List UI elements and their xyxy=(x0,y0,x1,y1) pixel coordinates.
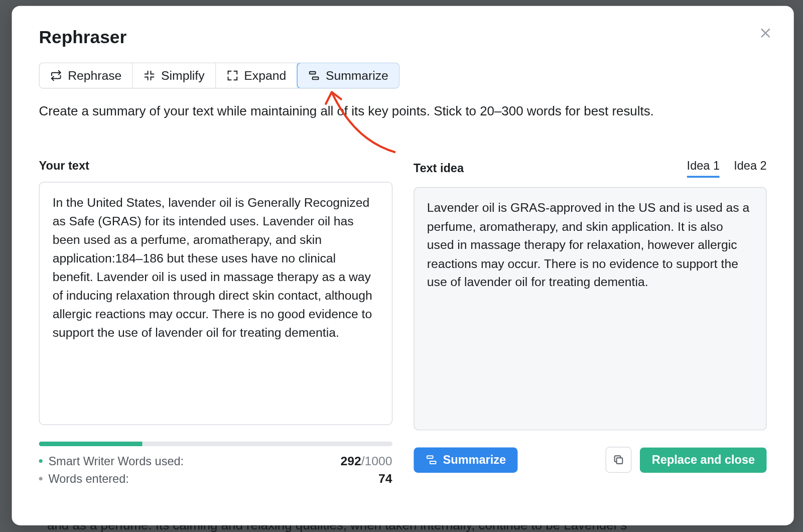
summarize-button[interactable]: Summarize xyxy=(414,447,518,473)
copy-button[interactable] xyxy=(606,447,632,473)
close-button[interactable] xyxy=(756,24,775,43)
dot-icon xyxy=(39,477,43,480)
output-column: Text idea Idea 1 Idea 2 Lavender oil is … xyxy=(414,159,767,487)
output-textarea[interactable]: Lavender oil is GRAS-approved in the US … xyxy=(414,187,767,431)
summarize-icon xyxy=(425,454,437,466)
stat-value: 74 xyxy=(378,472,392,486)
tab-rephrase[interactable]: Rephrase xyxy=(40,63,133,88)
svg-rect-6 xyxy=(617,458,623,464)
simplify-icon xyxy=(144,70,156,82)
usage-progress-fill xyxy=(39,442,143,446)
usage-stats: Smart Writer Words used: 292/1000 Words … xyxy=(39,452,392,488)
tab-summarize[interactable]: Summarize xyxy=(297,63,399,89)
modal-title: Rephraser xyxy=(39,27,767,47)
idea-tab-1[interactable]: Idea 1 xyxy=(687,159,720,178)
expand-icon xyxy=(226,70,238,82)
rephraser-modal: Rephraser Rephrase Simplify Expand Summa… xyxy=(12,6,794,525)
output-label: Text idea xyxy=(414,162,464,175)
replace-close-button[interactable]: Replace and close xyxy=(640,447,766,473)
idea-tabs: Idea 1 Idea 2 xyxy=(687,159,767,178)
svg-rect-3 xyxy=(312,77,318,79)
dot-icon xyxy=(39,459,43,463)
input-textarea[interactable]: In the United States, lavender oil is Ge… xyxy=(39,182,392,425)
close-icon xyxy=(759,27,772,40)
stat-label: Words entered: xyxy=(48,472,128,485)
tab-label: Rephrase xyxy=(68,68,121,82)
stat-value: 292/1000 xyxy=(340,454,392,468)
mode-tabs: Rephrase Simplify Expand Summarize xyxy=(39,63,400,89)
stat-label: Smart Writer Words used: xyxy=(48,454,184,468)
rephrase-icon xyxy=(50,70,62,82)
tab-expand[interactable]: Expand xyxy=(216,63,298,88)
mode-description: Create a summary of your text while main… xyxy=(39,101,767,121)
svg-rect-5 xyxy=(430,461,436,464)
tab-simplify[interactable]: Simplify xyxy=(133,63,216,88)
usage-progress xyxy=(39,442,392,446)
input-column: Your text In the United States, lavender… xyxy=(39,159,392,487)
button-label: Summarize xyxy=(443,453,506,467)
idea-tab-2[interactable]: Idea 2 xyxy=(734,159,766,178)
svg-rect-4 xyxy=(427,456,433,458)
tab-label: Summarize xyxy=(326,68,388,82)
tab-label: Expand xyxy=(244,68,286,82)
button-label: Replace and close xyxy=(652,453,755,467)
svg-rect-2 xyxy=(310,72,316,74)
input-label: Your text xyxy=(39,159,89,172)
copy-icon xyxy=(613,454,625,466)
summarize-icon xyxy=(308,70,320,82)
tab-label: Simplify xyxy=(161,68,204,82)
